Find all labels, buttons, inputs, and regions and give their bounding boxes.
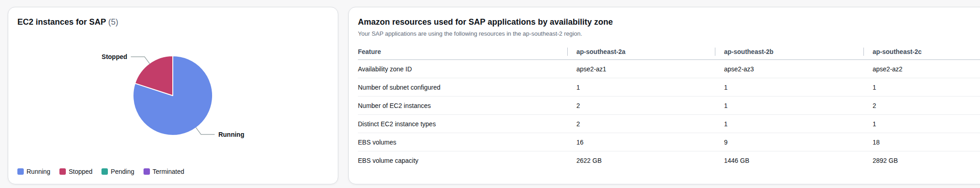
column-header: ap-southeast-2a — [567, 48, 715, 55]
table-row: Number of subnet configured111 — [358, 78, 980, 97]
legend-label: Pending — [111, 168, 134, 175]
legend-swatch-icon — [59, 168, 66, 175]
feature-label: Number of EC2 instances — [358, 102, 567, 109]
table-cell: 16 — [567, 139, 715, 146]
table-cell: 18 — [863, 139, 980, 146]
feature-label: Availability zone ID — [358, 65, 567, 73]
table-row: Distinct EC2 instance types211 — [358, 115, 980, 133]
table-cell: 2 — [863, 102, 980, 109]
table-header-row: Featureap-southeast-2aap-southeast-2bap-… — [358, 44, 980, 60]
pie-callout-line — [196, 128, 215, 134]
table-cell: 2622 GB — [567, 157, 715, 164]
feature-label: EBS volume capacity — [358, 157, 567, 164]
table-cell: 1446 GB — [715, 157, 863, 164]
table-cell: 1 — [567, 84, 715, 91]
table-cell: 9 — [715, 139, 863, 146]
column-header: ap-southeast-2b — [715, 48, 863, 55]
column-header: ap-southeast-2c — [863, 48, 980, 55]
table-row: EBS volume capacity2622 GB1446 GB2892 GB — [358, 151, 980, 170]
table-cell: apse2-az2 — [863, 65, 980, 73]
feature-label: EBS volumes — [358, 139, 567, 146]
table-cell: 1 — [715, 120, 863, 128]
table-row: Number of EC2 instances212 — [358, 97, 980, 115]
ec2-instances-card: EC2 instances for SAP (5) RunningStopped… — [8, 7, 338, 184]
legend-swatch-icon — [101, 168, 108, 175]
card-subtitle: Your SAP applications are using the foll… — [349, 30, 980, 38]
table-cell: 2 — [567, 120, 715, 128]
ec2-status-pie-chart: RunningStopped — [8, 7, 339, 149]
feature-label: Number of subnet configured — [358, 84, 567, 91]
chart-legend: RunningStoppedPendingTerminated — [17, 168, 184, 175]
column-header: Feature — [358, 48, 567, 55]
table-cell: 1 — [715, 102, 863, 109]
legend-swatch-icon — [144, 168, 150, 175]
legend-label: Terminated — [153, 168, 184, 175]
legend-item-terminated[interactable]: Terminated — [144, 168, 184, 175]
resources-by-az-card: Amazon resources used for SAP applicatio… — [348, 7, 980, 184]
pie-slice-callout-label: Stopped — [101, 53, 127, 60]
legend-item-pending[interactable]: Pending — [101, 168, 134, 175]
legend-item-stopped[interactable]: Stopped — [59, 168, 92, 175]
feature-label: Distinct EC2 instance types — [358, 120, 567, 128]
table-cell: apse2-az1 — [567, 65, 715, 73]
legend-item-running[interactable]: Running — [17, 168, 50, 175]
legend-label: Stopped — [69, 168, 92, 175]
legend-label: Running — [27, 168, 50, 175]
pie-callout-line — [131, 57, 149, 64]
table-cell: 2 — [567, 102, 715, 109]
card-title: Amazon resources used for SAP applicatio… — [349, 7, 980, 27]
table-row: EBS volumes16918 — [358, 133, 980, 151]
table-row: Availability zone IDapse2-az1apse2-az3ap… — [358, 60, 980, 78]
table-cell: 1 — [863, 120, 980, 128]
table-cell: apse2-az3 — [715, 65, 863, 73]
table-cell: 1 — [715, 84, 863, 91]
table-cell: 1 — [863, 84, 980, 91]
pie-slice-callout-label: Running — [218, 131, 245, 138]
table-cell: 2892 GB — [863, 157, 980, 164]
resources-table: Featureap-southeast-2aap-southeast-2bap-… — [358, 44, 980, 170]
legend-swatch-icon — [17, 168, 24, 175]
